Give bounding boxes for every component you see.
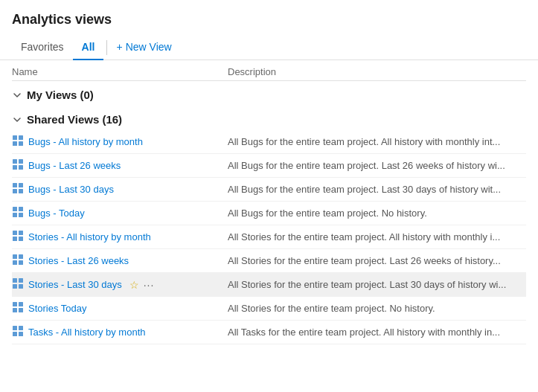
svg-rect-1 <box>19 135 23 140</box>
page-title: Analytics views <box>0 0 538 28</box>
view-link[interactable]: Stories - Last 26 weeks <box>28 255 129 266</box>
tab-favorites[interactable]: Favorites <box>12 35 73 60</box>
column-headers: Name Description <box>12 60 526 81</box>
row-name-cell: Bugs - Last 30 days <box>12 182 228 196</box>
view-link[interactable]: Stories Today <box>28 303 87 314</box>
row-actions: ☆··· <box>129 279 155 291</box>
row-name-cell: Tasks - All history by month <box>12 325 228 339</box>
tab-all[interactable]: All <box>73 35 104 60</box>
view-link[interactable]: Bugs - Last 30 days <box>28 184 114 195</box>
svg-rect-33 <box>19 326 23 330</box>
svg-rect-10 <box>13 189 17 193</box>
row-description: All Tasks for the entire team project. A… <box>228 327 526 338</box>
svg-rect-7 <box>19 165 23 170</box>
new-view-label: New View <box>126 41 172 53</box>
chevron-down-icon <box>12 90 22 100</box>
svg-rect-16 <box>13 231 17 235</box>
table-row[interactable]: Bugs - Last 26 weeksAll Bugs for the ent… <box>12 154 526 178</box>
section-my-views-label: My Views (0) <box>27 89 94 101</box>
row-description: All Stories for the entire team project.… <box>228 279 526 290</box>
svg-rect-24 <box>13 278 17 283</box>
tab-bar: Favorites All + New View <box>0 35 538 60</box>
svg-rect-19 <box>19 237 23 241</box>
favorite-star-icon[interactable]: ☆ <box>129 279 139 291</box>
grid-icon <box>12 230 24 244</box>
svg-rect-11 <box>19 189 23 193</box>
grid-icon <box>12 206 24 220</box>
svg-rect-22 <box>13 260 17 265</box>
view-link[interactable]: Stories - All history by month <box>28 231 151 242</box>
table-row[interactable]: Stories - All history by monthAll Storie… <box>12 225 526 249</box>
chevron-down-icon-shared <box>12 115 22 125</box>
svg-rect-26 <box>13 284 17 289</box>
grid-icon <box>12 158 24 173</box>
row-name-cell: Bugs - All history by month <box>12 135 228 149</box>
svg-rect-31 <box>19 308 23 312</box>
row-description: All Bugs for the entire team project. La… <box>228 160 526 171</box>
svg-rect-8 <box>13 183 17 187</box>
view-link[interactable]: Bugs - Last 26 weeks <box>28 160 121 171</box>
svg-rect-34 <box>13 332 17 336</box>
col-header-description: Description <box>228 66 526 77</box>
svg-rect-0 <box>13 135 17 140</box>
svg-rect-4 <box>13 159 17 164</box>
grid-icon <box>12 182 24 196</box>
section-my-views[interactable]: My Views (0) <box>12 81 526 106</box>
row-name-cell: Stories - Last 30 days☆··· <box>12 277 228 292</box>
grid-icon <box>12 277 24 292</box>
col-header-name: Name <box>12 66 228 77</box>
svg-rect-35 <box>19 332 23 336</box>
svg-rect-29 <box>19 302 23 306</box>
svg-rect-18 <box>13 237 17 241</box>
svg-rect-21 <box>19 254 23 259</box>
grid-icon <box>12 135 24 149</box>
plus-icon: + <box>116 41 122 53</box>
svg-rect-13 <box>19 207 23 211</box>
view-link[interactable]: Bugs - Today <box>28 208 85 219</box>
table-row[interactable]: Bugs - All history by monthAll Bugs for … <box>12 130 526 154</box>
section-shared-views[interactable]: Shared Views (16) <box>12 106 526 130</box>
svg-rect-30 <box>13 308 17 312</box>
table-row[interactable]: Bugs - TodayAll Bugs for the entire team… <box>12 202 526 225</box>
new-view-button[interactable]: + New View <box>110 35 177 60</box>
table-row[interactable]: Stories TodayAll Stories for the entire … <box>12 297 526 321</box>
row-description: All Bugs for the entire team project. No… <box>228 208 526 219</box>
grid-icon <box>12 325 24 339</box>
row-description: All Stories for the entire team project.… <box>228 255 526 266</box>
svg-rect-9 <box>19 183 23 187</box>
grid-icon <box>12 254 24 268</box>
row-name-cell: Stories Today <box>12 301 228 315</box>
row-name-cell: Bugs - Today <box>12 206 228 220</box>
svg-rect-3 <box>19 141 23 146</box>
svg-rect-32 <box>13 326 17 330</box>
grid-icon <box>12 301 24 315</box>
svg-rect-17 <box>19 231 23 235</box>
svg-rect-15 <box>19 213 23 217</box>
svg-rect-27 <box>19 284 23 289</box>
row-name-cell: Stories - All history by month <box>12 230 228 244</box>
svg-rect-23 <box>19 260 23 265</box>
row-name-cell: Stories - Last 26 weeks <box>12 254 228 268</box>
svg-rect-5 <box>19 159 23 164</box>
tab-divider <box>106 40 107 55</box>
table-row[interactable]: Tasks - All history by monthAll Tasks fo… <box>12 321 526 344</box>
more-actions-icon[interactable]: ··· <box>144 279 155 291</box>
row-description: All Bugs for the entire team project. La… <box>228 184 526 195</box>
table-row[interactable]: Stories - Last 30 days☆···All Stories fo… <box>12 273 526 297</box>
svg-rect-12 <box>13 207 17 211</box>
table-row[interactable]: Stories - Last 26 weeksAll Stories for t… <box>12 249 526 273</box>
svg-rect-28 <box>13 302 17 306</box>
row-description: All Bugs for the entire team project. Al… <box>228 136 526 147</box>
row-description: All Stories for the entire team project.… <box>228 231 526 242</box>
view-link[interactable]: Stories - Last 30 days <box>28 279 122 290</box>
shared-views-rows: Bugs - All history by monthAll Bugs for … <box>12 130 526 344</box>
svg-rect-14 <box>13 213 17 217</box>
svg-rect-6 <box>13 165 17 170</box>
section-shared-views-label: Shared Views (16) <box>27 113 122 126</box>
row-description: All Stories for the entire team project.… <box>228 303 526 314</box>
view-link[interactable]: Tasks - All history by month <box>28 327 146 338</box>
svg-rect-2 <box>13 141 17 146</box>
svg-rect-20 <box>13 254 17 259</box>
table-row[interactable]: Bugs - Last 30 daysAll Bugs for the enti… <box>12 178 526 202</box>
view-link[interactable]: Bugs - All history by month <box>28 136 143 147</box>
